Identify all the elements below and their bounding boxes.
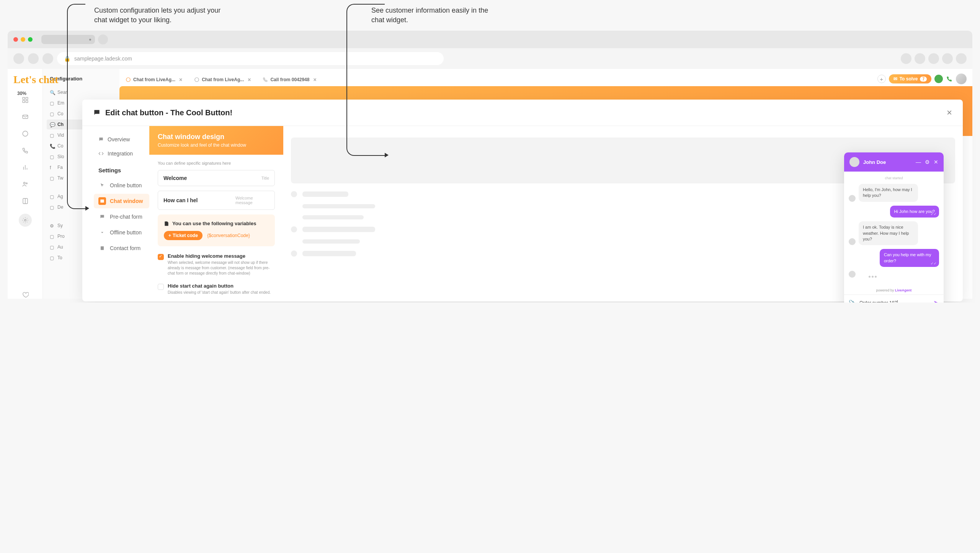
hide-start-again-checkbox[interactable] xyxy=(158,284,164,290)
chat-icon xyxy=(194,77,199,82)
svg-rect-4 xyxy=(23,101,24,103)
send-icon[interactable]: ➤ xyxy=(933,299,939,303)
svg-rect-5 xyxy=(26,101,28,103)
check-icon: ✓✓ xyxy=(931,261,937,266)
hide-start-again-label: Hide start chat again button xyxy=(168,283,271,289)
dashboard-icon[interactable] xyxy=(21,96,29,104)
mail-icon[interactable] xyxy=(21,113,29,121)
attachment-icon[interactable]: 📎 xyxy=(849,299,856,303)
app-tab-chat-2[interactable]: Chat from LiveAg... × xyxy=(191,75,254,85)
agent-avatar xyxy=(849,157,859,167)
to-solve-button[interactable]: ✉ To solve 7 xyxy=(889,74,931,83)
tab-close[interactable]: × xyxy=(313,77,316,83)
variables-box: You can use the following variables + Ti… xyxy=(158,214,275,246)
new-tab-button[interactable] xyxy=(98,34,108,44)
code-icon xyxy=(98,151,104,156)
ext-icon[interactable] xyxy=(901,53,911,64)
to-solve-label: To solve xyxy=(900,76,918,82)
welcome-label: Welcome message xyxy=(235,196,269,205)
phone-icon[interactable] xyxy=(946,75,953,82)
stats-icon[interactable] xyxy=(21,163,29,172)
status-icon[interactable] xyxy=(934,75,943,83)
traffic-close[interactable] xyxy=(13,37,18,42)
svg-rect-12 xyxy=(101,246,104,250)
hide-start-again-desc: Disables viewing of 'start chat again' b… xyxy=(168,290,271,295)
app-tab-call[interactable]: Call from 0042948 × xyxy=(260,75,319,85)
user-avatar[interactable] xyxy=(956,74,967,84)
tab-label: Chat from LiveAg... xyxy=(202,77,244,82)
file-icon xyxy=(164,221,169,226)
chat-icon xyxy=(126,77,131,82)
chat-icon xyxy=(93,109,101,116)
mail-icon: ✉ xyxy=(893,76,897,82)
title-input-box[interactable]: Title xyxy=(158,170,275,186)
ext-icon[interactable] xyxy=(928,53,939,64)
traffic-minimize[interactable] xyxy=(21,37,25,42)
nav-reload[interactable] xyxy=(42,53,53,64)
sidebar-contact-form[interactable]: Contact form xyxy=(94,241,149,255)
svg-point-8 xyxy=(23,182,25,184)
arrow-left xyxy=(67,4,85,209)
url-bar-row: 🔒 samplepage.ladesk.com xyxy=(8,48,972,69)
settings-heading: Settings xyxy=(98,167,149,173)
sidebar-integration[interactable]: Integration xyxy=(94,147,149,160)
add-button[interactable]: + xyxy=(877,75,886,83)
sidebar-offline-button[interactable]: Offline button xyxy=(94,225,149,240)
tab-close[interactable]: × xyxy=(179,77,182,83)
hide-welcome-label: Enable hiding welcome message xyxy=(168,253,275,259)
agent-avatar-small xyxy=(849,195,856,202)
ext-icon[interactable] xyxy=(915,53,925,64)
agent-avatar-small xyxy=(849,271,856,278)
nav-forward[interactable] xyxy=(28,53,39,64)
ext-icon[interactable] xyxy=(956,53,967,64)
close-icon[interactable]: ✕ xyxy=(934,159,938,165)
download-icon xyxy=(100,230,105,235)
form-icon xyxy=(100,245,105,251)
traffic-maximize[interactable] xyxy=(28,37,33,42)
check-icon: ✓✓ xyxy=(931,212,937,217)
design-header: Chat window design Customize look and fe… xyxy=(149,126,283,155)
ticket-code-pill[interactable]: + Ticket code xyxy=(164,231,203,240)
sidebar-pre-chat-form[interactable]: Pre-chat form xyxy=(94,209,149,224)
hide-welcome-checkbox[interactable] xyxy=(158,254,164,260)
tab-label: Chat from LiveAg... xyxy=(133,77,175,82)
customer-message: Can you help me with my order?✓✓ xyxy=(880,249,939,267)
book-icon[interactable] xyxy=(21,197,29,205)
svg-rect-11 xyxy=(100,200,104,203)
design-panel: Chat window design Customize look and fe… xyxy=(149,126,283,301)
svg-rect-2 xyxy=(23,97,24,99)
design-title: Chat window design xyxy=(158,133,275,141)
settings-icon[interactable] xyxy=(19,214,32,227)
modal-sidebar: Overview Integration Settings Online but… xyxy=(82,126,149,301)
tab-close[interactable]: × xyxy=(248,77,251,83)
title-input[interactable] xyxy=(163,175,261,181)
url-bar[interactable]: 🔒 samplepage.ladesk.com xyxy=(57,52,444,65)
typing-indicator xyxy=(859,276,877,278)
chat-icon xyxy=(98,137,104,142)
gear-icon[interactable]: ⚙ xyxy=(925,159,930,165)
phone-icon[interactable] xyxy=(21,146,29,155)
chat-body: chat started Hello, I'm John, how may I … xyxy=(844,172,944,286)
chat-widget: John Doe — ⚙ ✕ chat started Hello, I'm J… xyxy=(844,152,944,303)
sidebar-chat-window[interactable]: Chat window xyxy=(94,194,149,208)
chat-icon[interactable] xyxy=(21,129,29,138)
minimize-icon[interactable]: — xyxy=(916,159,921,165)
chat-icon xyxy=(100,214,105,219)
heart-icon[interactable] xyxy=(21,290,29,299)
people-icon[interactable] xyxy=(21,180,29,188)
chat-input-row: 📎 Order number 187 ➤ xyxy=(844,294,944,303)
app-tab-chat-1[interactable]: Chat from LiveAg... × xyxy=(122,75,185,85)
welcome-input-box[interactable]: Welcome message xyxy=(158,191,275,210)
agent-message: I am ok. Today is nice weather. How may … xyxy=(859,221,918,245)
ext-icon[interactable] xyxy=(942,53,953,64)
sidebar-overview[interactable]: Overview xyxy=(94,133,149,146)
welcome-input[interactable] xyxy=(163,197,235,203)
title-label: Title xyxy=(261,176,269,180)
hide-welcome-desc: When selected, welcome message will not … xyxy=(168,260,275,276)
nav-back[interactable] xyxy=(13,53,24,64)
tab-label: Call from 0042948 xyxy=(270,77,309,82)
chat-input[interactable]: Order number 187 xyxy=(859,300,930,303)
sidebar-online-button[interactable]: Online button xyxy=(94,178,149,193)
signature-hint: You can define specific signatures here xyxy=(158,161,275,165)
modal-close-button[interactable]: × xyxy=(947,107,952,118)
